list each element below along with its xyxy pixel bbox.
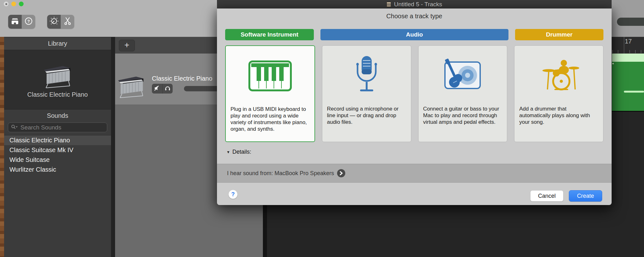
chevron-right-icon bbox=[339, 171, 343, 175]
ruler-tick bbox=[618, 50, 618, 53]
track-type-cards: Plug in a USB MIDI keyboard to play and … bbox=[225, 45, 603, 142]
card-audio-microphone[interactable]: Record using a microphone or line input … bbox=[322, 45, 411, 142]
ruler-tick bbox=[641, 50, 641, 53]
library-header: Library bbox=[4, 37, 111, 50]
midi-note bbox=[612, 63, 614, 64]
tab-drummer[interactable]: Drummer bbox=[515, 29, 603, 40]
library-icon bbox=[11, 18, 19, 26]
master-volume-slider[interactable] bbox=[617, 18, 644, 26]
tab-software-instrument[interactable]: Software Instrument bbox=[225, 29, 314, 40]
view-toggle-group: ? bbox=[8, 15, 35, 29]
ruler-tick bbox=[630, 50, 630, 53]
card-audio-guitar[interactable]: Connect a guitar or bass to your Mac to … bbox=[418, 45, 508, 142]
library-panel: Library Classic Electric Piano S bbox=[4, 37, 111, 257]
headphones-icon bbox=[165, 85, 170, 92]
garageband-window: ? bbox=[0, 0, 644, 257]
output-device-button[interactable] bbox=[337, 169, 345, 177]
panel-divider bbox=[111, 37, 115, 257]
sounds-search-field[interactable] bbox=[8, 123, 107, 132]
bar-number-label: 17 bbox=[625, 38, 632, 45]
wood-grain-strip bbox=[0, 37, 4, 257]
card-description: Plug in a USB MIDI keyboard to play and … bbox=[226, 106, 314, 137]
track-name: Classic Electric Piano bbox=[152, 75, 212, 82]
track-instrument-image bbox=[116, 71, 147, 100]
details-disclosure[interactable]: ▼ Details: bbox=[226, 149, 251, 155]
input-monitoring-button[interactable] bbox=[163, 84, 173, 94]
midi-region-header bbox=[612, 54, 644, 62]
ruler-tick bbox=[612, 50, 613, 53]
sounds-section: Sounds Classic Electric Piano Classic Su… bbox=[4, 109, 111, 257]
editor-toggle-group bbox=[47, 15, 74, 29]
toolbar-right bbox=[612, 0, 644, 37]
close-window-button[interactable] bbox=[4, 2, 8, 6]
minimize-window-button[interactable] bbox=[11, 2, 16, 6]
card-drummer[interactable]: Add a drummer that automatically plays a… bbox=[514, 45, 603, 142]
tab-audio[interactable]: Audio bbox=[320, 29, 508, 40]
search-input[interactable] bbox=[20, 124, 104, 131]
help-button[interactable]: ? bbox=[228, 190, 238, 199]
output-device-label: I hear sound from: MacBook Pro Speakers bbox=[227, 170, 334, 177]
editors-scissors-icon bbox=[64, 17, 71, 26]
project-document-icon bbox=[386, 2, 391, 7]
guitar-icon bbox=[419, 46, 507, 106]
midi-region[interactable] bbox=[612, 54, 644, 111]
search-icon bbox=[11, 124, 18, 131]
zoom-window-button[interactable] bbox=[19, 2, 24, 6]
card-description: Add a drummer that automatically plays a… bbox=[514, 106, 603, 130]
sound-item-wurlitzer-classic[interactable]: Wurlitzer Classic bbox=[4, 165, 111, 174]
smart-controls-icon bbox=[49, 16, 59, 27]
sounds-list: Classic Electric Piano Classic Suitcase … bbox=[4, 135, 111, 174]
sound-item-classic-suitcase-mk-iv[interactable]: Classic Suitcase Mk IV bbox=[4, 145, 111, 155]
piano-keys-icon bbox=[226, 46, 314, 106]
library-toggle-button[interactable] bbox=[8, 15, 22, 29]
ruler-tick bbox=[635, 50, 636, 53]
card-software-instrument[interactable]: Plug in a USB MIDI keyboard to play and … bbox=[225, 45, 315, 142]
sounds-header: Sounds bbox=[4, 110, 111, 122]
card-description: Record using a microphone or line input … bbox=[322, 106, 411, 130]
output-device-bar: I hear sound from: MacBook Pro Speakers bbox=[217, 164, 612, 183]
library-instrument-name: Classic Electric Piano bbox=[27, 91, 88, 98]
sound-item-classic-electric-piano[interactable]: Classic Electric Piano bbox=[4, 135, 111, 145]
details-label: Details: bbox=[232, 149, 251, 155]
card-description: Connect a guitar or bass to your Mac to … bbox=[419, 106, 507, 130]
sound-item-wide-suitcase[interactable]: Wide Suitcase bbox=[4, 155, 111, 165]
midi-note bbox=[624, 91, 644, 93]
disclosure-triangle-icon: ▼ bbox=[226, 150, 230, 154]
electric-piano-image bbox=[40, 61, 75, 89]
add-track-button[interactable]: + bbox=[119, 40, 135, 51]
quick-help-icon: ? bbox=[25, 17, 33, 26]
smart-controls-button[interactable] bbox=[47, 15, 61, 29]
track-control-buttons bbox=[152, 84, 173, 94]
edited-indicator-icon bbox=[5, 3, 7, 5]
mute-button[interactable] bbox=[152, 84, 163, 94]
svg-text:?: ? bbox=[27, 19, 30, 24]
quick-help-button[interactable]: ? bbox=[22, 15, 35, 29]
bar-gridline bbox=[624, 37, 624, 54]
drummer-icon bbox=[514, 46, 603, 106]
dialog-title: Choose a track type bbox=[217, 13, 612, 20]
title-bar: Untitled 5 - Tracks bbox=[217, 0, 612, 9]
create-button[interactable]: Create bbox=[569, 190, 602, 202]
library-selected-instrument: Classic Electric Piano bbox=[4, 50, 111, 109]
mute-icon bbox=[154, 85, 160, 92]
cancel-button[interactable]: Cancel bbox=[530, 190, 564, 202]
toolbar: ? bbox=[0, 0, 217, 37]
editors-button[interactable] bbox=[61, 15, 74, 29]
choose-track-type-dialog: Choose a track type Software Instrument … bbox=[217, 9, 612, 205]
window-title: Untitled 5 - Tracks bbox=[394, 1, 442, 8]
microphone-icon bbox=[322, 46, 411, 106]
